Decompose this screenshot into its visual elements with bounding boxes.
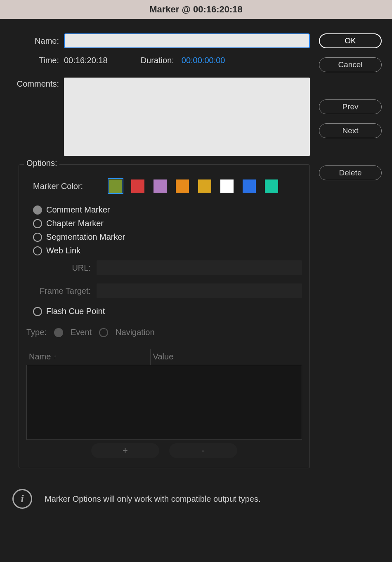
next-button[interactable]: Next bbox=[319, 123, 382, 138]
dialog-title: Marker @ 00:16:20:18 bbox=[0, 0, 392, 19]
cue-params-table-body[interactable] bbox=[27, 365, 302, 439]
table-header-label: Name bbox=[29, 352, 51, 361]
radio-label: Comment Marker bbox=[46, 205, 110, 215]
comments-textarea[interactable] bbox=[64, 78, 310, 156]
color-swatch-white[interactable] bbox=[220, 179, 234, 193]
add-row-button[interactable]: + bbox=[91, 443, 159, 458]
radio-unselected-icon bbox=[33, 246, 42, 255]
duration-value[interactable]: 00:00:00:00 bbox=[182, 56, 225, 65]
info-icon: i bbox=[12, 489, 32, 509]
table-header-value[interactable]: Value bbox=[151, 349, 302, 365]
color-swatch-teal[interactable] bbox=[265, 179, 278, 193]
options-legend: Options: bbox=[24, 158, 59, 168]
radio-label: Navigation bbox=[116, 328, 155, 337]
color-swatches bbox=[109, 179, 278, 193]
url-input[interactable] bbox=[97, 260, 302, 275]
remove-row-button[interactable]: - bbox=[169, 443, 237, 458]
url-label: URL: bbox=[26, 263, 97, 273]
radio-unselected-icon bbox=[33, 307, 42, 316]
radio-chapter-marker[interactable]: Chapter Marker bbox=[33, 219, 302, 228]
color-swatch-olive[interactable] bbox=[109, 179, 122, 193]
name-input[interactable] bbox=[64, 33, 310, 48]
comments-label: Comments: bbox=[10, 78, 64, 89]
options-fieldset: Options: Marker Color: Comment Marker Ch… bbox=[19, 164, 310, 468]
radio-event[interactable]: Event bbox=[54, 328, 92, 337]
type-label: Type: bbox=[26, 328, 47, 337]
radio-unselected-icon bbox=[33, 219, 42, 228]
table-header-name[interactable]: Name ↑ bbox=[26, 349, 151, 365]
radio-segmentation-marker[interactable]: Segmentation Marker bbox=[33, 232, 302, 242]
color-swatch-red[interactable] bbox=[131, 179, 144, 193]
ok-button[interactable]: OK bbox=[319, 33, 382, 48]
radio-navigation[interactable]: Navigation bbox=[99, 328, 155, 337]
info-text: Marker Options will only work with compa… bbox=[45, 494, 261, 504]
color-swatch-orange[interactable] bbox=[176, 179, 189, 193]
color-swatch-gold[interactable] bbox=[198, 179, 211, 193]
radio-unselected-icon bbox=[99, 328, 108, 337]
cancel-button[interactable]: Cancel bbox=[319, 57, 382, 72]
radio-selected-icon bbox=[54, 328, 63, 337]
delete-button[interactable]: Delete bbox=[319, 165, 382, 180]
radio-selected-icon bbox=[33, 205, 42, 215]
radio-label: Web Link bbox=[46, 246, 80, 255]
frame-target-input[interactable] bbox=[97, 283, 302, 298]
color-swatch-blue[interactable] bbox=[243, 179, 256, 193]
marker-color-label: Marker Color: bbox=[26, 182, 109, 191]
radio-flash-cue-point[interactable]: Flash Cue Point bbox=[33, 307, 302, 316]
prev-button[interactable]: Prev bbox=[319, 99, 382, 114]
radio-label: Flash Cue Point bbox=[46, 307, 105, 316]
radio-unselected-icon bbox=[33, 233, 42, 242]
sort-asc-icon: ↑ bbox=[53, 353, 57, 361]
radio-label: Chapter Marker bbox=[46, 219, 104, 228]
radio-web-link[interactable]: Web Link bbox=[33, 246, 302, 255]
name-label: Name: bbox=[10, 36, 64, 46]
time-value[interactable]: 00:16:20:18 bbox=[64, 56, 108, 65]
radio-label: Segmentation Marker bbox=[46, 232, 125, 242]
duration-label: Duration: bbox=[141, 56, 174, 65]
radio-comment-marker[interactable]: Comment Marker bbox=[33, 205, 302, 215]
time-label: Time: bbox=[10, 56, 64, 65]
color-swatch-purple[interactable] bbox=[153, 179, 167, 193]
radio-label: Event bbox=[71, 328, 92, 337]
frame-target-label: Frame Target: bbox=[26, 286, 97, 296]
